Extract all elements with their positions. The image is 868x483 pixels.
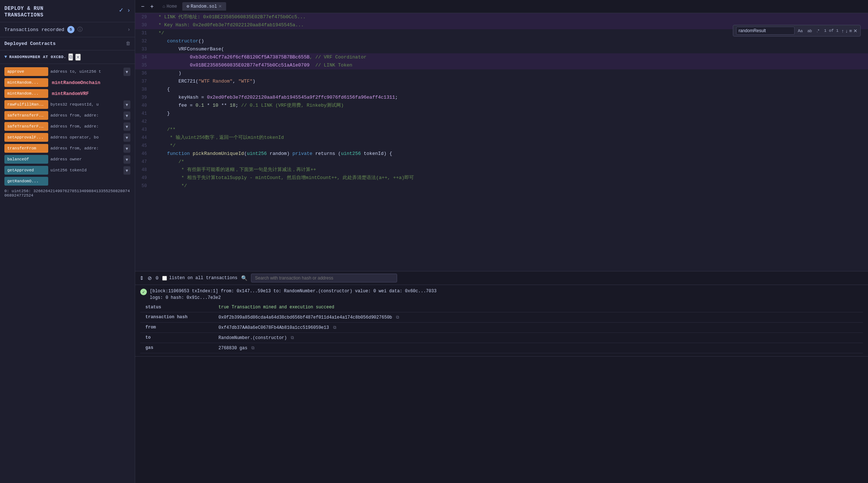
tx-count: 0	[156, 275, 159, 281]
contract-copy-icon[interactable]: ⧉	[68, 53, 73, 61]
table-row-status: status true Transaction mined and execut…	[140, 303, 863, 312]
left-panel: DEPLOY & RUN TRANSACTIONS ✓ › Transactio…	[0, 0, 135, 483]
safeTransferF1-dropdown[interactable]: ▾	[123, 111, 130, 120]
code-line-43: 43 /**	[135, 126, 868, 134]
tx-details-text: [block:11069653 txIndex:1] from: 0x147..…	[150, 288, 437, 301]
approve-button[interactable]: approve	[4, 67, 48, 76]
mintRandomOnchain-button[interactable]: mintRandom...	[4, 78, 48, 87]
search-icon[interactable]: 🔍	[241, 275, 247, 281]
button-row-mintRandomVRF: mintRandom... mintRandomVRF	[0, 88, 135, 99]
safeTransferF2-button[interactable]: safeTransferF...	[4, 122, 48, 131]
code-line-42: 42	[135, 118, 868, 126]
app-title: DEPLOY & RUN TRANSACTIONS	[4, 5, 43, 18]
find-prev-button[interactable]: ↑	[841, 28, 844, 34]
tx-hash-value: 0x0f2b399a85d86cda4a64d38cbd656bf487ef01…	[213, 312, 863, 323]
rawFulfillRan-param: bytes32 requestId, u	[50, 102, 121, 107]
tx-table: status true Transaction mined and execut…	[140, 303, 863, 353]
chevron-right-icon[interactable]: ›	[127, 6, 130, 14]
code-line-47: 47 /*	[135, 158, 868, 166]
clear-button[interactable]: ⊘	[148, 275, 152, 281]
listen-checkbox-row: listen on all transactions	[162, 275, 237, 281]
find-whole-word-button[interactable]: ab	[806, 27, 814, 34]
approve-param: address to, uint256 t	[50, 69, 121, 74]
to-value: RandomNumber.(constructor) ⧉	[213, 333, 863, 343]
rawFulfillRan-button[interactable]: rawFulfillRan...	[4, 100, 48, 109]
check-icon[interactable]: ✓	[118, 6, 124, 14]
find-more-button[interactable]: ≡	[849, 28, 852, 34]
transactions-expand-icon[interactable]: ›	[127, 27, 130, 33]
mintRandomVRF-button[interactable]: mintRandom...	[4, 89, 48, 98]
code-line-36: 36 )	[135, 69, 868, 77]
code-line-34: 34 0xb3dCcb4Cf7a26f6cf6B120Cf5A73875B7BB…	[135, 53, 868, 61]
copy-gas-button[interactable]: ⧉	[250, 345, 256, 350]
transferFrom-dropdown[interactable]: ▾	[123, 144, 130, 153]
table-row-to: to RandomNumber.(constructor) ⧉	[140, 333, 863, 343]
header-icons: ✓ ›	[118, 5, 130, 14]
contract-close-icon[interactable]: ✕	[75, 54, 81, 61]
contract-chevron[interactable]: ▼	[4, 54, 7, 60]
find-next-button[interactable]: ↓	[845, 28, 848, 34]
find-match-case-button[interactable]: Aa	[796, 27, 804, 34]
find-count: 1 of 1	[823, 28, 840, 33]
right-panel: − + ⌂ Home ⚙ Random.sol ✕ Aa ab .* 1 of …	[135, 0, 868, 483]
code-line-33: 33 VRFConsumerBase(	[135, 45, 868, 53]
tab-random-sol[interactable]: ⚙ Random.sol ✕	[182, 2, 226, 11]
code-line-35: 35 0x01BE23585060835E02B77ef475b0Cc51aA1…	[135, 61, 868, 69]
getRandomO-button[interactable]: getRandomO...	[4, 177, 48, 186]
getApproved-button[interactable]: getApproved	[4, 166, 48, 175]
contract-name: RANDOMNUMBER AT 0XCBD.	[9, 55, 66, 59]
tx-search-input[interactable]	[251, 274, 397, 282]
find-regex-button[interactable]: .*	[815, 27, 821, 34]
editor-toolbar: − + ⌂ Home ⚙ Random.sol ✕	[135, 0, 868, 13]
success-icon: ✓	[140, 289, 147, 295]
bottom-content: ✓ [block:11069653 txIndex:1] from: 0x147…	[135, 285, 868, 483]
transactions-count-badge: 5	[67, 26, 75, 33]
safeTransferF1-button[interactable]: safeTransferF...	[4, 111, 48, 120]
transaction-entry: ✓ [block:11069653 txIndex:1] from: 0x147…	[135, 285, 868, 357]
find-widget: Aa ab .* 1 of 1 ↑ ↓ ≡ ✕	[733, 25, 861, 37]
home-icon: ⌂	[163, 4, 165, 9]
setApprovalF-param: address operator, bo	[50, 135, 121, 140]
trash-icon[interactable]: 🗑	[126, 41, 130, 46]
transferFrom-param: address from, addre:	[50, 146, 121, 151]
table-row-gas: gas 2768830 gas ⧉	[140, 343, 863, 353]
find-input[interactable]	[736, 27, 795, 35]
setApprovalF-button[interactable]: setApprovalF...	[4, 133, 48, 142]
rawFulfillRan-dropdown[interactable]: ▾	[123, 100, 130, 109]
code-line-37: 37 ERC721("WTF Random", "WTF")	[135, 77, 868, 85]
zoom-in-button[interactable]: +	[149, 3, 155, 11]
setApprovalF-dropdown[interactable]: ▾	[123, 133, 130, 142]
tab-close-button[interactable]: ✕	[218, 4, 222, 9]
gas-value: 2768830 gas ⧉	[213, 343, 863, 353]
balanceOf-dropdown[interactable]: ▾	[123, 155, 130, 164]
copy-from-button[interactable]: ⧉	[332, 325, 338, 330]
balanceOf-button[interactable]: balanceOf	[4, 155, 48, 164]
getApproved-dropdown[interactable]: ▾	[123, 166, 130, 175]
copy-to-button[interactable]: ⧉	[289, 335, 296, 340]
code-line-39: 39 keyHash = 0x2ed0feb3e7fd2022120aa84fa…	[135, 94, 868, 102]
zoom-out-button[interactable]: −	[140, 3, 146, 11]
tab-home[interactable]: ⌂ Home	[158, 3, 182, 11]
expand-button[interactable]: ⇕	[140, 275, 144, 281]
safeTransferF1-param: address from, addre:	[50, 113, 121, 118]
code-area[interactable]: 29 * LINK 代币地址: 0x01BE23585060835E02B77e…	[135, 13, 868, 271]
find-close-button[interactable]: ✕	[853, 28, 857, 34]
contract-item: ▼ RANDOMNUMBER AT 0XCBD. ⧉ ✕	[0, 50, 135, 64]
tab-home-label: Home	[167, 4, 177, 9]
code-line-38: 38 {	[135, 85, 868, 94]
copy-tx-hash-button[interactable]: ⧉	[395, 315, 401, 320]
button-row-getRandomO: getRandomO...	[0, 176, 135, 187]
buttons-list: approve address to, uint256 t ▾ mintRand…	[0, 64, 135, 483]
listen-checkbox[interactable]	[162, 276, 167, 281]
transferFrom-button[interactable]: transferFrom	[4, 144, 48, 153]
tx-hash-key: transaction hash	[140, 312, 213, 323]
deployed-contracts-title: Deployed Contracts	[4, 41, 56, 46]
approve-dropdown[interactable]: ▾	[123, 68, 130, 76]
code-line-49: 49 * 相当于先计算totalSupply - mintCount, 然后自增…	[135, 174, 868, 182]
left-header: DEPLOY & RUN TRANSACTIONS ✓ ›	[0, 0, 135, 22]
button-row-setApprovalF: setApprovalF... address operator, bo ▾	[0, 132, 135, 143]
info-icon[interactable]: ⓘ	[77, 26, 83, 33]
safeTransferF2-dropdown[interactable]: ▾	[123, 122, 130, 131]
code-line-50: 50 */	[135, 182, 868, 190]
code-line-48: 48 * 有些新手可能看的迷糊，下面第一句是先计算减法，再计算++	[135, 166, 868, 174]
